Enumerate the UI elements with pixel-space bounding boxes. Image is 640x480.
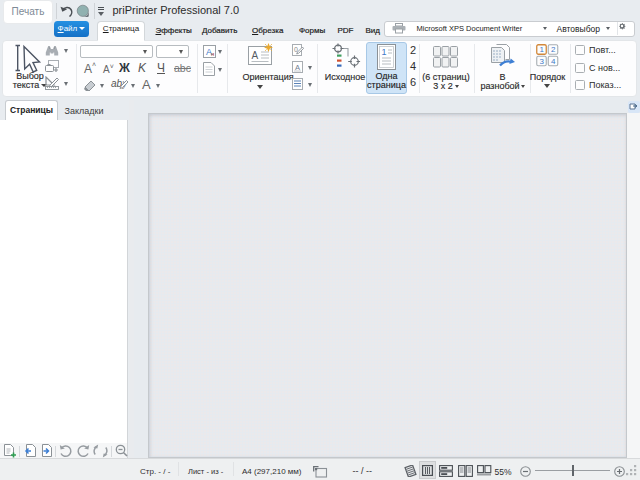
svg-text:3: 3: [539, 57, 544, 66]
svg-text:я: я: [211, 51, 214, 57]
svg-text:1: 1: [539, 45, 544, 54]
svg-text:A: A: [252, 50, 259, 61]
svg-text:2: 2: [551, 45, 556, 54]
svg-text:4: 4: [551, 57, 556, 66]
svg-text:1: 1: [382, 47, 387, 57]
svg-text:A: A: [295, 63, 300, 72]
